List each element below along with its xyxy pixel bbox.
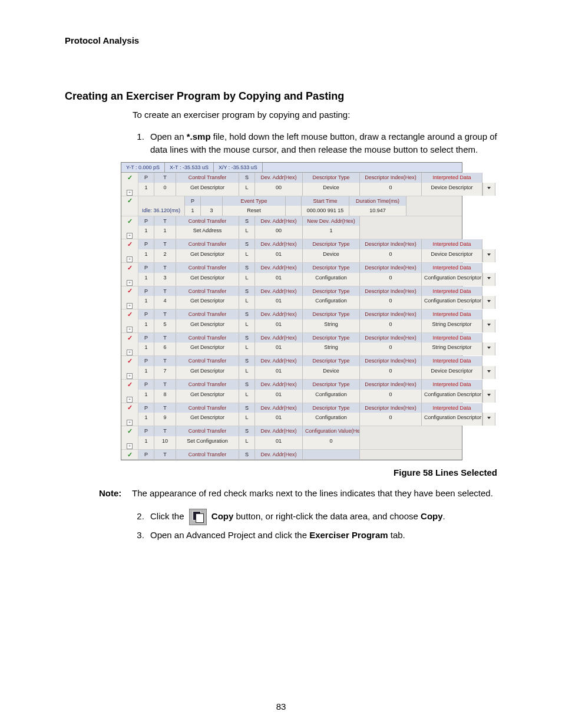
data-cell: 0 xyxy=(360,249,422,262)
data-cell: Control Transfer xyxy=(176,450,239,460)
note-label: Note: xyxy=(99,487,132,499)
row-gutter: + xyxy=(121,273,138,286)
data-cell: 10 xyxy=(154,436,176,449)
transfer-row[interactable]: ✓PTControl TransferSDev. Addr(Hex)Descri… xyxy=(121,173,462,196)
data-cell: 1 xyxy=(138,342,154,355)
row-gutter: + xyxy=(121,366,138,379)
data-cell: T xyxy=(154,263,176,273)
data-cell: S xyxy=(239,333,255,343)
data-cell: Descriptor Index(Hex) xyxy=(360,403,422,413)
data-cell: Descriptor Type xyxy=(303,309,360,319)
data-cell: 01 xyxy=(255,273,303,286)
data-cell: L xyxy=(239,296,255,309)
data-rows[interactable]: ✓PTControl TransferSDev. Addr(Hex)Descri… xyxy=(121,173,462,460)
dropdown-icon[interactable] xyxy=(482,183,495,196)
expand-icon[interactable]: + xyxy=(127,233,133,239)
row-gutter xyxy=(121,206,138,216)
transfer-row[interactable]: ✓PTControl TransferSDev. Addr(Hex)Descri… xyxy=(121,309,462,333)
check-icon: ✓ xyxy=(127,404,133,411)
data-cell: Device Descriptor xyxy=(422,183,482,196)
row-gutter: + xyxy=(121,390,138,403)
data-cell: 8 xyxy=(154,390,176,403)
data-cell: Dev. Addr(Hex) xyxy=(255,286,303,297)
data-cell: Interpreted Data xyxy=(422,239,482,249)
dropdown-icon[interactable] xyxy=(482,296,495,309)
expand-icon[interactable]: + xyxy=(127,327,133,332)
dropdown-icon[interactable] xyxy=(482,342,495,355)
data-cell: Control Transfer xyxy=(176,309,239,319)
data-cell: L xyxy=(239,183,255,196)
check-icon: ✓ xyxy=(127,218,133,225)
data-cell: 0 xyxy=(360,366,422,379)
data-cell: 00 xyxy=(255,183,303,196)
expand-icon[interactable]: + xyxy=(127,373,133,379)
transfer-row[interactable]: ✓PTControl TransferSDev. Addr(Hex)Config… xyxy=(121,426,462,450)
data-cell: Control Transfer xyxy=(176,380,239,390)
data-cell: L xyxy=(239,226,255,239)
data-cell: 10.947 xyxy=(349,206,406,216)
expand-icon[interactable]: + xyxy=(127,280,133,286)
data-cell: New Dev. Addr(Hex) xyxy=(303,216,360,226)
transfer-row[interactable]: ✓PTControl TransferSDev. Addr(Hex) xyxy=(121,450,462,460)
check-icon: ✓ xyxy=(127,197,133,204)
data-cell: T xyxy=(154,356,176,366)
expand-icon[interactable]: + xyxy=(127,420,133,426)
data-cell: Configuration xyxy=(303,296,360,309)
data-cell: 01 xyxy=(255,413,303,426)
dropdown-icon[interactable] xyxy=(482,319,495,332)
transfer-row[interactable]: ✓PTControl TransferSDev. Addr(Hex)Descri… xyxy=(121,403,462,427)
data-cell: String xyxy=(303,319,360,332)
data-cell: Get Descriptor xyxy=(176,390,239,403)
data-cell: Control Transfer xyxy=(176,426,239,436)
data-cell: Dev. Addr(Hex) xyxy=(255,173,303,183)
data-cell: S xyxy=(239,216,255,226)
data-cell: Start Time xyxy=(302,196,349,206)
data-cell: Dev. Addr(Hex) xyxy=(255,309,303,319)
data-cell: Interpreted Data xyxy=(422,380,482,390)
data-cell: 1 xyxy=(138,183,154,196)
data-cell: L xyxy=(239,366,255,379)
dropdown-icon[interactable] xyxy=(482,249,495,262)
data-cell: L xyxy=(239,413,255,426)
transfer-row[interactable]: ✓PTControl TransferSDev. Addr(Hex)Descri… xyxy=(121,333,462,357)
row-gutter: ✓ xyxy=(121,196,138,206)
transfer-row[interactable]: ✓PTControl TransferSDev. Addr(Hex)Descri… xyxy=(121,380,462,403)
step2-menu-copy: Copy xyxy=(421,511,443,521)
copy-icon[interactable] xyxy=(189,509,207,525)
data-cell: L xyxy=(239,319,255,332)
transfer-row[interactable]: ✓PTControl TransferSDev. Addr(Hex)Descri… xyxy=(121,356,462,380)
data-cell: 7 xyxy=(154,366,176,379)
expand-icon[interactable]: + xyxy=(127,303,133,309)
data-cell: Dev. Addr(Hex) xyxy=(255,356,303,366)
data-cell: Device xyxy=(303,183,360,196)
dropdown-icon[interactable] xyxy=(482,273,495,286)
expand-icon[interactable]: + xyxy=(127,350,133,355)
dropdown-icon[interactable] xyxy=(482,413,495,426)
data-cell: Configuration xyxy=(303,390,360,403)
expand-icon[interactable]: + xyxy=(127,397,133,403)
data-cell: 3 xyxy=(201,206,223,216)
data-cell: Set Address xyxy=(176,226,239,239)
row-gutter: + xyxy=(121,296,138,309)
transfer-row[interactable]: ✓PTControl TransferSDev. Addr(Hex)Descri… xyxy=(121,286,462,310)
expand-icon[interactable]: + xyxy=(127,443,133,449)
transfer-row[interactable]: ✓PTControl TransferSDev. Addr(Hex)Descri… xyxy=(121,239,462,263)
expand-icon[interactable]: + xyxy=(127,190,133,196)
data-cell: 9 xyxy=(154,413,176,426)
data-cell: Control Transfer xyxy=(176,286,239,297)
check-icon: ✓ xyxy=(127,241,133,248)
data-cell: 01 xyxy=(255,319,303,332)
data-cell: Descriptor Index(Hex) xyxy=(360,263,422,273)
data-cell: Dev. Addr(Hex) xyxy=(255,216,303,226)
transfer-row[interactable]: ✓PTControl TransferSDev. Addr(Hex)Descri… xyxy=(121,263,462,286)
dropdown-icon[interactable] xyxy=(482,390,495,403)
data-cell: Descriptor Index(Hex) xyxy=(360,309,422,319)
data-cell: Control Transfer xyxy=(176,263,239,273)
data-cell: Get Descriptor xyxy=(176,413,239,426)
dropdown-icon[interactable] xyxy=(482,366,495,379)
data-cell: 1 xyxy=(138,319,154,332)
expand-icon[interactable]: + xyxy=(127,256,133,262)
data-cell: 1 xyxy=(138,296,154,309)
transfer-row[interactable]: ✓PTControl TransferSDev. Addr(Hex)New De… xyxy=(121,216,462,240)
row-gutter: ✓ xyxy=(121,356,138,366)
